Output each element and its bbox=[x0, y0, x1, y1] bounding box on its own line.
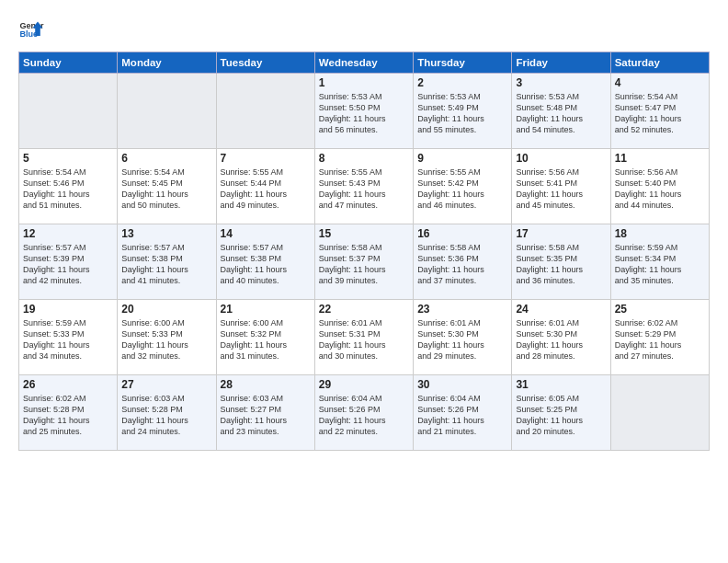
day-number: 27 bbox=[121, 378, 211, 391]
calendar-cell: 13Sunrise: 5:57 AM Sunset: 5:38 PM Dayli… bbox=[118, 224, 216, 300]
day-number: 22 bbox=[319, 303, 409, 316]
day-number: 26 bbox=[23, 378, 113, 391]
calendar-cell: 12Sunrise: 5:57 AM Sunset: 5:39 PM Dayli… bbox=[19, 224, 118, 300]
day-info: Sunrise: 5:57 AM Sunset: 5:39 PM Dayligh… bbox=[23, 242, 113, 287]
calendar-cell: 25Sunrise: 6:02 AM Sunset: 5:29 PM Dayli… bbox=[610, 300, 709, 375]
day-info: Sunrise: 5:59 AM Sunset: 5:33 PM Dayligh… bbox=[23, 317, 113, 362]
day-info: Sunrise: 6:01 AM Sunset: 5:30 PM Dayligh… bbox=[417, 317, 507, 362]
day-number: 28 bbox=[221, 378, 311, 391]
logo: General Blue bbox=[18, 17, 44, 42]
day-number: 10 bbox=[516, 152, 606, 165]
calendar-cell: 29Sunrise: 6:04 AM Sunset: 5:26 PM Dayli… bbox=[314, 375, 413, 451]
day-info: Sunrise: 5:55 AM Sunset: 5:44 PM Dayligh… bbox=[221, 167, 311, 212]
day-info: Sunrise: 5:53 AM Sunset: 5:49 PM Dayligh… bbox=[417, 91, 507, 136]
calendar-cell bbox=[216, 74, 314, 149]
calendar-cell: 7Sunrise: 5:55 AM Sunset: 5:44 PM Daylig… bbox=[216, 149, 314, 224]
page-header: General Blue bbox=[18, 17, 710, 42]
day-info: Sunrise: 5:59 AM Sunset: 5:34 PM Dayligh… bbox=[615, 242, 705, 287]
calendar-cell: 30Sunrise: 6:04 AM Sunset: 5:26 PM Dayli… bbox=[414, 375, 512, 451]
calendar-cell: 11Sunrise: 5:56 AM Sunset: 5:40 PM Dayli… bbox=[610, 149, 709, 224]
day-number: 13 bbox=[121, 227, 211, 240]
calendar-cell: 10Sunrise: 5:56 AM Sunset: 5:41 PM Dayli… bbox=[512, 149, 610, 224]
day-number: 3 bbox=[516, 76, 606, 89]
day-info: Sunrise: 5:58 AM Sunset: 5:36 PM Dayligh… bbox=[417, 242, 507, 287]
weekday-header-wednesday: Wednesday bbox=[314, 52, 413, 74]
day-info: Sunrise: 6:00 AM Sunset: 5:33 PM Dayligh… bbox=[121, 317, 211, 362]
day-info: Sunrise: 6:02 AM Sunset: 5:29 PM Dayligh… bbox=[615, 317, 705, 362]
day-info: Sunrise: 5:58 AM Sunset: 5:37 PM Dayligh… bbox=[319, 242, 409, 287]
logo-icon: General Blue bbox=[18, 17, 44, 42]
weekday-header-tuesday: Tuesday bbox=[216, 52, 314, 74]
weekday-header-thursday: Thursday bbox=[414, 52, 512, 74]
calendar-cell: 1Sunrise: 5:53 AM Sunset: 5:50 PM Daylig… bbox=[314, 74, 413, 149]
day-number: 31 bbox=[516, 378, 606, 391]
day-number: 11 bbox=[615, 152, 705, 165]
day-number: 7 bbox=[221, 152, 311, 165]
day-number: 15 bbox=[319, 227, 409, 240]
day-number: 25 bbox=[615, 303, 705, 316]
day-info: Sunrise: 5:53 AM Sunset: 5:50 PM Dayligh… bbox=[319, 91, 409, 136]
day-number: 12 bbox=[23, 227, 113, 240]
calendar-week-3: 12Sunrise: 5:57 AM Sunset: 5:39 PM Dayli… bbox=[19, 224, 710, 300]
day-info: Sunrise: 6:04 AM Sunset: 5:26 PM Dayligh… bbox=[417, 393, 507, 438]
day-info: Sunrise: 5:55 AM Sunset: 5:42 PM Dayligh… bbox=[417, 167, 507, 212]
day-info: Sunrise: 6:02 AM Sunset: 5:28 PM Dayligh… bbox=[23, 393, 113, 438]
calendar-cell: 5Sunrise: 5:54 AM Sunset: 5:46 PM Daylig… bbox=[19, 149, 118, 224]
calendar-cell: 20Sunrise: 6:00 AM Sunset: 5:33 PM Dayli… bbox=[118, 300, 216, 375]
calendar-cell: 28Sunrise: 6:03 AM Sunset: 5:27 PM Dayli… bbox=[216, 375, 314, 451]
day-info: Sunrise: 5:54 AM Sunset: 5:45 PM Dayligh… bbox=[121, 167, 211, 212]
day-number: 23 bbox=[417, 303, 507, 316]
day-number: 17 bbox=[516, 227, 606, 240]
calendar-week-2: 5Sunrise: 5:54 AM Sunset: 5:46 PM Daylig… bbox=[19, 149, 710, 224]
day-number: 29 bbox=[319, 378, 409, 391]
calendar-table: SundayMondayTuesdayWednesdayThursdayFrid… bbox=[18, 52, 710, 451]
calendar-cell bbox=[118, 74, 216, 149]
day-number: 2 bbox=[417, 76, 507, 89]
weekday-header-monday: Monday bbox=[118, 52, 216, 74]
calendar-week-4: 19Sunrise: 5:59 AM Sunset: 5:33 PM Dayli… bbox=[19, 300, 710, 375]
calendar-cell: 3Sunrise: 5:53 AM Sunset: 5:48 PM Daylig… bbox=[512, 74, 610, 149]
day-info: Sunrise: 5:54 AM Sunset: 5:46 PM Dayligh… bbox=[23, 167, 113, 212]
day-info: Sunrise: 5:53 AM Sunset: 5:48 PM Dayligh… bbox=[516, 91, 606, 136]
calendar-cell: 23Sunrise: 6:01 AM Sunset: 5:30 PM Dayli… bbox=[414, 300, 512, 375]
weekday-header-saturday: Saturday bbox=[610, 52, 709, 74]
calendar-cell: 15Sunrise: 5:58 AM Sunset: 5:37 PM Dayli… bbox=[314, 224, 413, 300]
day-info: Sunrise: 5:55 AM Sunset: 5:43 PM Dayligh… bbox=[319, 167, 409, 212]
day-info: Sunrise: 6:01 AM Sunset: 5:31 PM Dayligh… bbox=[319, 317, 409, 362]
day-info: Sunrise: 5:56 AM Sunset: 5:40 PM Dayligh… bbox=[615, 167, 705, 212]
day-info: Sunrise: 6:00 AM Sunset: 5:32 PM Dayligh… bbox=[221, 317, 311, 362]
calendar-cell: 24Sunrise: 6:01 AM Sunset: 5:30 PM Dayli… bbox=[512, 300, 610, 375]
day-info: Sunrise: 6:03 AM Sunset: 5:27 PM Dayligh… bbox=[221, 393, 311, 438]
calendar-cell: 8Sunrise: 5:55 AM Sunset: 5:43 PM Daylig… bbox=[314, 149, 413, 224]
weekday-header-sunday: Sunday bbox=[19, 52, 118, 74]
calendar-cell: 2Sunrise: 5:53 AM Sunset: 5:49 PM Daylig… bbox=[414, 74, 512, 149]
day-number: 16 bbox=[417, 227, 507, 240]
day-info: Sunrise: 6:04 AM Sunset: 5:26 PM Dayligh… bbox=[319, 393, 409, 438]
day-info: Sunrise: 6:03 AM Sunset: 5:28 PM Dayligh… bbox=[121, 393, 211, 438]
calendar-cell: 9Sunrise: 5:55 AM Sunset: 5:42 PM Daylig… bbox=[414, 149, 512, 224]
day-number: 18 bbox=[615, 227, 705, 240]
calendar-cell: 31Sunrise: 6:05 AM Sunset: 5:25 PM Dayli… bbox=[512, 375, 610, 451]
calendar-week-1: 1Sunrise: 5:53 AM Sunset: 5:50 PM Daylig… bbox=[19, 74, 710, 149]
calendar-cell bbox=[610, 375, 709, 451]
svg-text:Blue: Blue bbox=[19, 29, 38, 39]
day-number: 5 bbox=[23, 152, 113, 165]
day-number: 24 bbox=[516, 303, 606, 316]
calendar-week-5: 26Sunrise: 6:02 AM Sunset: 5:28 PM Dayli… bbox=[19, 375, 710, 451]
day-number: 30 bbox=[417, 378, 507, 391]
weekday-header-friday: Friday bbox=[512, 52, 610, 74]
day-number: 6 bbox=[121, 152, 211, 165]
calendar-cell: 21Sunrise: 6:00 AM Sunset: 5:32 PM Dayli… bbox=[216, 300, 314, 375]
day-info: Sunrise: 5:57 AM Sunset: 5:38 PM Dayligh… bbox=[121, 242, 211, 287]
day-number: 14 bbox=[221, 227, 311, 240]
day-info: Sunrise: 5:57 AM Sunset: 5:38 PM Dayligh… bbox=[221, 242, 311, 287]
day-info: Sunrise: 5:54 AM Sunset: 5:47 PM Dayligh… bbox=[615, 91, 705, 136]
calendar-cell: 6Sunrise: 5:54 AM Sunset: 5:45 PM Daylig… bbox=[118, 149, 216, 224]
day-number: 8 bbox=[319, 152, 409, 165]
calendar-cell: 14Sunrise: 5:57 AM Sunset: 5:38 PM Dayli… bbox=[216, 224, 314, 300]
day-info: Sunrise: 5:56 AM Sunset: 5:41 PM Dayligh… bbox=[516, 167, 606, 212]
calendar-cell: 26Sunrise: 6:02 AM Sunset: 5:28 PM Dayli… bbox=[19, 375, 118, 451]
day-number: 4 bbox=[615, 76, 705, 89]
calendar-cell: 16Sunrise: 5:58 AM Sunset: 5:36 PM Dayli… bbox=[414, 224, 512, 300]
calendar-cell bbox=[19, 74, 118, 149]
